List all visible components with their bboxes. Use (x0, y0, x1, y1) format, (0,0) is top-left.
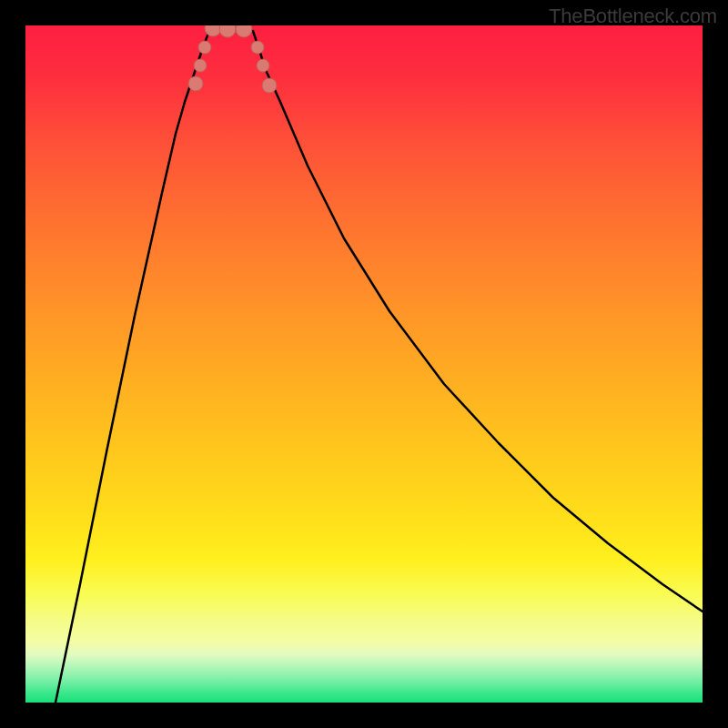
marker-layer (188, 25, 277, 93)
marker-right-3 (262, 78, 277, 93)
plot-area (25, 25, 703, 703)
marker-bottom-2 (219, 25, 236, 37)
curve-layer (56, 27, 703, 703)
marker-left-2 (194, 59, 207, 72)
watermark-text: TheBottleneck.com (549, 5, 717, 28)
bottleneck-curve (56, 27, 703, 703)
chart-svg (25, 25, 703, 703)
chart-frame: TheBottleneck.com (0, 0, 728, 728)
marker-left-1 (188, 76, 203, 91)
marker-right-1 (251, 41, 264, 54)
marker-bottom-3 (236, 25, 252, 37)
marker-right-2 (257, 59, 269, 72)
marker-left-3 (198, 41, 211, 54)
